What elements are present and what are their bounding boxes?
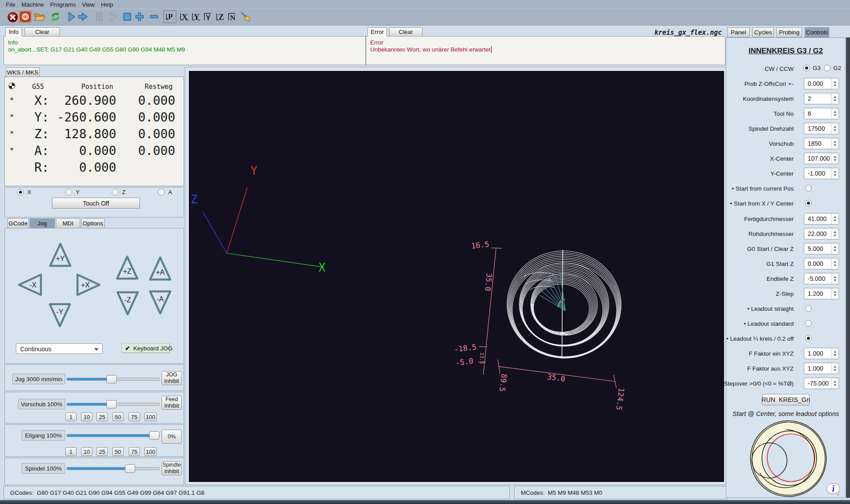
clear-plot-icon[interactable] [240, 11, 251, 23]
run-from-line-icon[interactable] [107, 11, 118, 23]
menu-file[interactable]: File [3, 1, 18, 8]
open-file-icon[interactable] [34, 11, 45, 23]
slider-handle-2[interactable] [149, 431, 159, 440]
menu-programs[interactable]: Programs [47, 1, 79, 8]
axis-radio-a[interactable]: A [158, 189, 172, 195]
slider-1-preset-10[interactable]: 10 [81, 412, 92, 421]
jog-button-minus-y[interactable]: -Y [50, 304, 70, 326]
slider-button-3[interactable]: Spindle Inhibit [162, 461, 182, 475]
slider-1-preset-1[interactable]: 1 [65, 412, 77, 421]
slider-button-1[interactable]: Feed Inhibit [162, 396, 182, 410]
spinbox-arrows[interactable] [831, 228, 839, 239]
view-y-icon[interactable]: Y [191, 11, 202, 23]
slider-handle-3[interactable] [125, 464, 135, 473]
run-icon[interactable] [66, 11, 77, 23]
spinbox-6[interactable]: 107.000 [804, 153, 839, 164]
spinbox-arrows[interactable] [831, 378, 839, 389]
tab-info[interactable]: Info [5, 27, 22, 37]
axis-radio-y[interactable]: Y [66, 189, 80, 195]
spinbox-19[interactable]: 1.000 [804, 348, 839, 359]
tab-probing[interactable]: Probing [776, 27, 802, 37]
slider-label-3[interactable]: Spindel 100% [22, 463, 65, 474]
spinbox-arrows[interactable] [831, 258, 839, 269]
spinbox-arrows[interactable] [831, 78, 839, 89]
slider-2-preset-50[interactable]: 50 [112, 447, 124, 456]
slider-2-preset-75[interactable]: 75 [129, 447, 140, 456]
abort-icon[interactable] [7, 11, 18, 23]
gremlin-preview[interactable]: X Y Z 16.5 35.0 -18.5 -5.0 13.5 35.0 89.… [188, 70, 725, 482]
controls-radio-17[interactable] [805, 320, 812, 327]
spinbox-arrows[interactable] [831, 213, 839, 224]
view-normal-icon[interactable]: N [227, 11, 238, 23]
jog-button-plusminus-x[interactable]: +X [77, 275, 99, 295]
tab-mdi[interactable]: MDI [56, 218, 80, 228]
slider-label-2[interactable]: Eilgang 100% [22, 430, 65, 441]
spinbox-arrows[interactable] [831, 153, 839, 164]
jog-button-plusminus-y[interactable]: +Y [50, 244, 70, 266]
controls-radio-18[interactable] [805, 335, 812, 342]
perspective-icon[interactable]: P [163, 10, 177, 23]
slider-1-preset-75[interactable]: 75 [129, 412, 140, 421]
step-icon[interactable] [77, 11, 88, 23]
tab-controls[interactable]: Controls [805, 27, 829, 37]
spinbox-12[interactable]: 5.000 [804, 243, 839, 254]
info-bubble-icon[interactable]: i [826, 483, 842, 496]
view-z-icon[interactable]: Z [215, 11, 226, 23]
tab-panel[interactable]: Panel [727, 27, 750, 37]
spinbox-arrows[interactable] [831, 168, 839, 179]
direction-radio-g3[interactable]: G3 [803, 65, 821, 71]
spinbox-arrows[interactable] [831, 273, 839, 284]
spinbox-7[interactable]: -1.000 [804, 168, 839, 179]
jog-button-plusminus-z[interactable]: +Z [117, 257, 137, 279]
zoom-out-icon[interactable] [148, 11, 160, 23]
spinbox-1[interactable]: 0.000 [804, 78, 839, 89]
jog-button-minus-a[interactable]: -A [150, 291, 170, 313]
slider-2-preset-100[interactable]: 100 [144, 447, 157, 456]
menu-view[interactable]: View [79, 1, 98, 8]
slider-1-preset-100[interactable]: 100 [144, 412, 157, 421]
slider-track-3[interactable] [66, 467, 160, 470]
spinbox-10[interactable]: 41.000 [804, 213, 839, 224]
slider-2-preset-25[interactable]: 25 [96, 447, 108, 456]
jog-button-minus-x[interactable]: -X [19, 275, 41, 295]
info-clear-button[interactable]: Clear [25, 27, 60, 37]
axis-radio-x[interactable]: X [17, 189, 31, 195]
spinbox-2[interactable]: 2 [804, 93, 839, 104]
spinbox-13[interactable]: 0.000 [804, 258, 839, 269]
slider-button-2[interactable]: 0% [162, 430, 182, 444]
slider-label-1[interactable]: Vorschub 100% [18, 399, 65, 409]
spinbox-4[interactable]: 17500 [804, 123, 839, 134]
spinbox-15[interactable]: 1.200 [804, 288, 839, 299]
touch-off-button[interactable]: Touch Off [52, 198, 140, 209]
spinbox-11[interactable]: 22.000 [804, 228, 839, 239]
spinbox-arrows[interactable] [831, 108, 839, 119]
slider-handle-0[interactable] [107, 375, 117, 383]
menu-help[interactable]: Help [98, 1, 116, 8]
stop-icon[interactable] [121, 11, 133, 23]
tab-gcode[interactable]: GCode [7, 218, 29, 228]
view-x-icon[interactable]: X [179, 11, 190, 23]
slider-1-preset-50[interactable]: 50 [112, 412, 124, 421]
slider-handle-1[interactable] [107, 400, 117, 408]
tab-error[interactable]: Error [368, 27, 387, 37]
spinbox-arrows[interactable] [831, 348, 839, 359]
spinbox-3[interactable]: 6 [804, 108, 839, 119]
estop-icon[interactable] [18, 10, 32, 23]
slider-1-preset-25[interactable]: 25 [96, 412, 108, 421]
spinbox-arrows[interactable] [831, 243, 839, 254]
tab-jog[interactable]: Jog [29, 218, 55, 228]
tab-cycles[interactable]: Cycles [752, 27, 774, 37]
pause-icon[interactable] [94, 11, 105, 23]
spinbox-arrows[interactable] [831, 123, 839, 134]
right-scrollbar[interactable] [846, 37, 850, 498]
spinbox-20[interactable]: 1.000 [804, 363, 839, 374]
view-y2-icon[interactable]: Y [202, 11, 214, 23]
slider-track-2[interactable] [66, 434, 160, 437]
spinbox-arrows[interactable] [831, 363, 839, 374]
slider-label-0[interactable]: Jog 3000 mm/min [12, 374, 65, 384]
error-clear-button[interactable]: Clear [389, 27, 423, 37]
slider-button-0[interactable]: JOG Inhibit [162, 371, 182, 385]
jog-button-minus-z[interactable]: -Z [118, 292, 138, 314]
controls-radio-16[interactable] [805, 305, 812, 312]
spinbox-5[interactable]: 1850 [804, 138, 839, 149]
